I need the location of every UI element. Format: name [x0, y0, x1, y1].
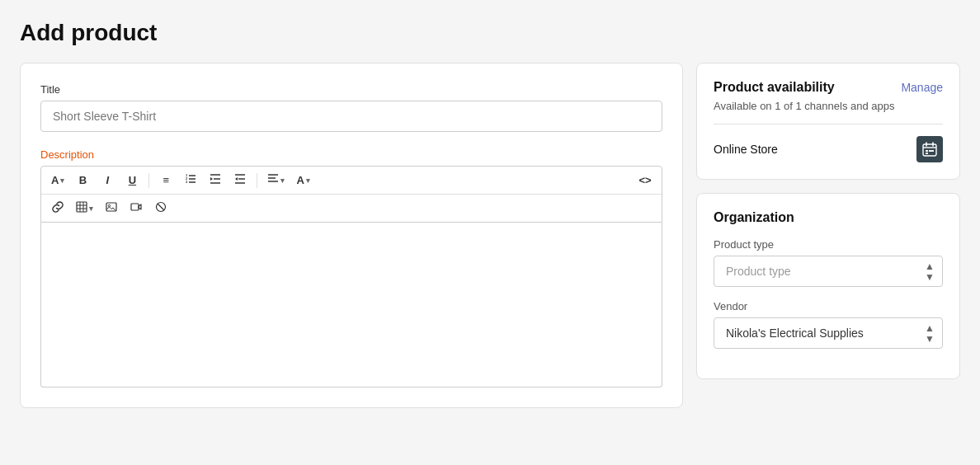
- svg-line-26: [158, 204, 164, 210]
- increase-indent-button[interactable]: [229, 170, 252, 190]
- table-icon: [76, 201, 87, 215]
- channel-row: Online Store: [714, 124, 943, 162]
- svg-marker-13: [235, 177, 238, 181]
- organization-title: Organization: [714, 210, 943, 225]
- organization-card: Organization Product type Product type ▲…: [696, 193, 960, 379]
- availability-header: Product availability Manage: [714, 80, 943, 95]
- underline-button[interactable]: U: [120, 171, 144, 190]
- svg-rect-24: [131, 204, 139, 210]
- code-label: <>: [638, 174, 651, 186]
- underline-label: U: [129, 174, 136, 186]
- table-arrow: ▾: [89, 204, 93, 213]
- toolbar-row-2: ▾: [41, 195, 662, 222]
- manage-link[interactable]: Manage: [901, 81, 943, 94]
- table-button[interactable]: ▾: [71, 198, 98, 218]
- svg-rect-31: [926, 150, 928, 152]
- font-label: A: [51, 174, 59, 186]
- vendor-select[interactable]: Nikola's Electrical Supplies: [714, 317, 943, 349]
- numbered-list-button[interactable]: 1 2 3: [179, 170, 202, 190]
- video-icon: [130, 201, 142, 215]
- vendor-field: Vendor Nikola's Electrical Supplies ▲ ▼: [714, 300, 943, 349]
- title-input[interactable]: [40, 101, 662, 132]
- code-button[interactable]: <>: [634, 171, 657, 190]
- toolbar-row-1: A ▾ B I U ≡: [41, 167, 662, 195]
- font-button[interactable]: A ▾: [46, 171, 69, 190]
- left-panel: Title Description A ▾ B I: [20, 63, 683, 408]
- product-type-select[interactable]: Product type: [714, 256, 943, 287]
- product-type-field: Product type Product type ▲ ▼: [714, 238, 943, 287]
- svg-text:3: 3: [186, 180, 188, 184]
- bold-label: B: [79, 174, 87, 186]
- increase-indent-icon: [234, 173, 246, 187]
- image-icon: [106, 201, 117, 215]
- bullet-list-button[interactable]: ≡: [154, 171, 177, 190]
- text-color-icon: A: [296, 174, 304, 186]
- align-icon: [267, 173, 279, 187]
- svg-rect-34: [926, 153, 928, 154]
- editor-body[interactable]: [40, 223, 662, 388]
- availability-card: Product availability Manage Available on…: [696, 63, 960, 180]
- availability-title: Product availability: [714, 80, 835, 95]
- font-arrow: ▾: [60, 176, 64, 185]
- numbered-list-icon: 1 2 3: [185, 173, 196, 187]
- product-type-select-wrapper: Product type ▲ ▼: [714, 256, 943, 287]
- description-label: Description: [40, 148, 662, 161]
- product-type-label: Product type: [714, 238, 943, 251]
- svg-point-23: [108, 204, 110, 206]
- bold-button[interactable]: B: [71, 171, 94, 190]
- description-section: Description A ▾ B I U: [40, 148, 662, 388]
- image-button[interactable]: [100, 198, 123, 218]
- decrease-indent-icon: [210, 173, 221, 187]
- right-panel: Product availability Manage Available on…: [696, 63, 960, 379]
- svg-marker-9: [210, 177, 213, 181]
- svg-rect-17: [77, 202, 87, 212]
- video-button[interactable]: [125, 198, 148, 218]
- block-icon: [155, 201, 167, 215]
- separator-2: [257, 173, 257, 188]
- availability-subtitle: Available on 1 of 1 channels and apps: [714, 100, 943, 124]
- bullet-list-icon: ≡: [163, 174, 170, 186]
- channel-name: Online Store: [714, 143, 778, 156]
- separator-1: [148, 173, 149, 188]
- link-icon: [52, 201, 64, 215]
- svg-rect-32: [929, 150, 931, 152]
- decrease-indent-button[interactable]: [204, 170, 227, 190]
- align-arrow: ▾: [280, 176, 285, 185]
- calendar-icon[interactable]: [916, 136, 943, 162]
- svg-rect-33: [931, 150, 934, 152]
- link-button[interactable]: [46, 198, 69, 218]
- page-title: Add product: [20, 20, 960, 46]
- italic-button[interactable]: I: [96, 171, 119, 190]
- vendor-select-wrapper: Nikola's Electrical Supplies ▲ ▼: [714, 317, 943, 349]
- align-button[interactable]: ▾: [262, 170, 290, 190]
- vendor-label: Vendor: [714, 300, 943, 312]
- text-color-arrow: ▾: [306, 176, 310, 185]
- italic-label: I: [106, 174, 110, 186]
- text-color-button[interactable]: A ▾: [291, 171, 314, 190]
- main-layout: Title Description A ▾ B I: [20, 63, 960, 408]
- editor-toolbar: A ▾ B I U ≡: [40, 166, 662, 223]
- block-button[interactable]: [149, 198, 172, 218]
- title-label: Title: [40, 83, 662, 96]
